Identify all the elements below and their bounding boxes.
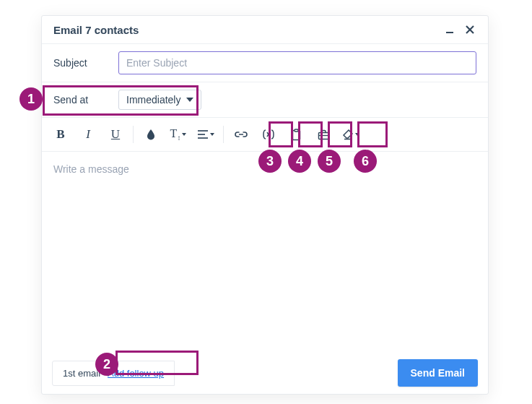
modal-footer: 1st email Add follow up Send Email	[42, 352, 488, 394]
compose-email-modal: Email 7 contacts Subject Send at Immedia…	[41, 15, 489, 395]
close-icon	[465, 25, 475, 35]
variable-icon	[262, 129, 275, 140]
sendat-value: Immediately	[126, 94, 180, 106]
editor-placeholder: Write a message	[53, 163, 129, 175]
clear-formatting-button[interactable]	[338, 122, 364, 147]
underline-icon: U	[111, 127, 120, 142]
step-pill[interactable]: 1st email Add follow up	[52, 361, 175, 386]
svg-rect-7	[295, 129, 298, 132]
add-followup-link[interactable]: Add follow up	[108, 368, 164, 379]
modal-titlebar: Email 7 contacts	[42, 16, 488, 44]
caret-down-icon	[182, 133, 186, 136]
modal-title: Email 7 contacts	[53, 24, 139, 36]
subject-label: Subject	[53, 57, 118, 69]
textsize-icon: T↕	[170, 127, 181, 142]
send-email-button[interactable]: Send Email	[398, 359, 478, 387]
editor-toolbar: B I U T↕	[42, 118, 488, 152]
sendat-row: Send at Immediately	[42, 82, 488, 118]
minimize-button[interactable]	[443, 23, 456, 36]
minimize-icon	[445, 25, 455, 35]
caret-down-icon	[355, 133, 359, 136]
color-drop-icon	[146, 129, 156, 140]
bold-icon: B	[56, 127, 64, 142]
toolbar-separator	[133, 126, 134, 143]
text-size-button[interactable]: T↕	[165, 122, 191, 147]
step-label: 1st email	[63, 368, 100, 379]
briefcase-icon	[318, 129, 330, 140]
caret-down-icon	[210, 133, 214, 136]
insert-template-button[interactable]	[283, 122, 309, 147]
insert-attachment-button[interactable]	[310, 122, 336, 147]
callout-badge-1: 1	[19, 87, 43, 111]
bold-button[interactable]: B	[48, 122, 74, 147]
subject-input[interactable]	[118, 51, 476, 74]
insert-variable-button[interactable]	[256, 122, 282, 147]
caret-down-icon	[186, 98, 193, 102]
underline-button[interactable]: U	[103, 122, 128, 147]
text-color-button[interactable]	[138, 122, 164, 147]
message-editor[interactable]: Write a message	[42, 152, 488, 352]
align-icon	[197, 129, 209, 139]
clipboard-icon	[291, 129, 302, 141]
subject-row: Subject	[42, 44, 488, 82]
italic-button[interactable]: I	[75, 122, 101, 147]
link-icon	[235, 129, 248, 139]
insert-link-button[interactable]	[228, 122, 254, 147]
erase-icon	[342, 129, 354, 140]
sendat-dropdown[interactable]: Immediately	[118, 90, 201, 110]
italic-icon: I	[86, 127, 90, 142]
sendat-label: Send at	[53, 94, 118, 106]
close-button[interactable]	[463, 23, 476, 36]
toolbar-separator	[223, 126, 224, 143]
align-button[interactable]	[193, 122, 219, 147]
